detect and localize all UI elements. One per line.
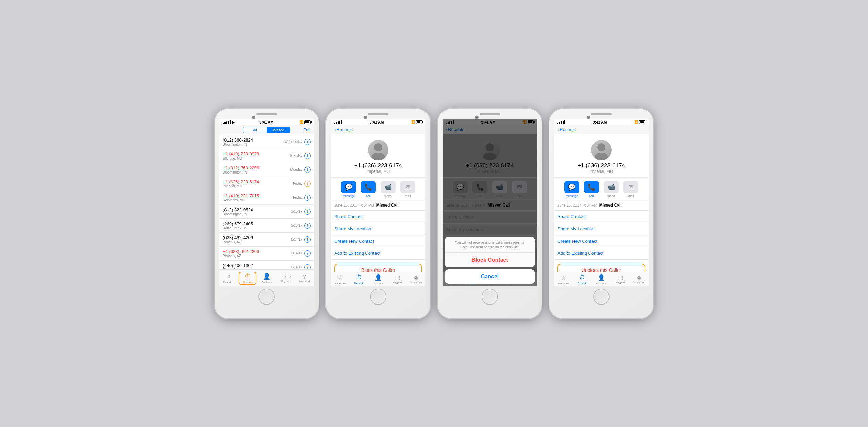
share-location-link[interactable]: Share My Location (554, 223, 649, 235)
info-button[interactable]: i (304, 167, 311, 173)
contacts-icon: 👤 (598, 274, 605, 281)
call-item[interactable]: +1 (410) 220-0978 Elkridge, MD Tuesday i (219, 149, 314, 163)
screen-4: 9:41 AM 📶 ‹ Recents (554, 119, 649, 286)
wifi-icon: 📶 (634, 120, 638, 124)
call-number: (623) 492-4206 (223, 235, 291, 240)
home-button-3[interactable] (482, 289, 497, 304)
back-label: Recents (560, 127, 576, 132)
video-button[interactable]: 📹 video (604, 181, 619, 198)
call-history-type: Missed Call (599, 203, 622, 208)
add-contact-link[interactable]: Add to Existing Contact (331, 247, 425, 260)
chevron-left-icon: ‹ (557, 127, 559, 132)
tab-favorites[interactable]: ☆ Favorites (332, 274, 349, 285)
contact-avatar (368, 140, 388, 160)
call-button[interactable]: 📞 call (361, 181, 376, 198)
call-date: 6/14/17 (291, 265, 302, 269)
call-item[interactable]: (812) 360-2824 Bloomington, IN Wednesday… (219, 135, 314, 149)
add-contact-link[interactable]: Add to Existing Contact (554, 247, 649, 260)
call-item[interactable]: +1 (410) 231-7015 Solomons, MD Friday i (219, 191, 314, 205)
tab-contacts[interactable]: 👤 Contacts (258, 273, 276, 284)
favorites-icon: ☆ (338, 274, 343, 281)
call-item[interactable]: (623) 492-4206 Phoenix, AZ 6/14/17 i (219, 233, 314, 247)
call-number: +1 (410) 220-0978 (223, 151, 289, 157)
tab-keypad[interactable]: ⋮⋮⋮ Keypad (277, 274, 295, 283)
call-item[interactable]: +1 (812) 360-2206 Bloomington, IN Monday… (219, 163, 314, 177)
call-item[interactable]: (812) 322-0524 Bloomington, IN 6/15/17 i (219, 205, 314, 219)
video-button[interactable]: 📹 video (381, 181, 396, 198)
mail-button[interactable]: ✉ mail (623, 181, 638, 198)
info-button[interactable]: i (304, 223, 311, 229)
call-item[interactable]: +1 (623) 492-4206 Phoenix, AZ 6/14/17 i (219, 247, 314, 261)
info-button[interactable]: i (304, 236, 311, 243)
share-contact-link[interactable]: Share Contact (554, 211, 649, 223)
call-number: (812) 360-2824 (223, 137, 284, 143)
tab-recents[interactable]: ⏱ Recents (573, 274, 591, 285)
tab-favorites[interactable]: ☆ Favorites (555, 274, 572, 285)
message-button[interactable]: 💬 message (564, 181, 579, 198)
create-contact-link[interactable]: Create New Contact (554, 235, 649, 247)
call-location: Imperial, MO (223, 184, 293, 188)
tab-keypad[interactable]: ⋮⋮ Keypad (388, 275, 406, 284)
call-date: 6/14/17 (291, 251, 302, 255)
call-item[interactable]: +1 (636) 223-6174 Imperial, MO Friday i (219, 177, 314, 191)
cancel-button[interactable]: Cancel (445, 269, 535, 284)
back-button[interactable]: ‹ Recents (557, 127, 576, 132)
call-history: June 16, 2017 7:54 PM Missed Call (331, 200, 425, 211)
segment-missed[interactable]: Missed (267, 127, 290, 133)
tab-favorites[interactable]: ☆ Favorites (220, 273, 238, 284)
block-contact-button[interactable]: Block Contact (445, 253, 535, 267)
video-label: video (384, 194, 392, 198)
nav-bar-2: ‹ Recents (331, 125, 425, 134)
call-location: Elyria, OH (223, 268, 291, 269)
tab-voicemail[interactable]: ◎ Voicemail (296, 274, 313, 283)
segment-all[interactable]: All (243, 127, 267, 133)
phones-container: ► 9:41 AM 📶 All Missed Edit (214, 108, 654, 319)
tab-keypad[interactable]: ⋮⋮ Keypad (612, 275, 629, 284)
call-button[interactable]: 📞 call (584, 181, 599, 198)
block-caller-button[interactable]: Block this Caller (334, 264, 422, 272)
contact-header: +1 (636) 223-6174 Imperial, MO (331, 134, 425, 178)
favorites-label: Favorites (223, 281, 234, 284)
tab-voicemail[interactable]: ◎ Voicemail (630, 275, 648, 284)
create-contact-link[interactable]: Create New Contact (331, 235, 425, 247)
home-button-2[interactable] (371, 289, 386, 304)
info-button[interactable]: i (304, 264, 311, 269)
block-overlay: You will not receive phone calls, messag… (443, 119, 537, 286)
home-button-1[interactable] (259, 289, 274, 304)
share-contact-link[interactable]: Share Contact (331, 211, 425, 223)
contact-header: +1 (636) 223-6174 Imperial, MO (554, 134, 649, 178)
battery-icon (416, 120, 422, 124)
info-button-highlighted[interactable]: i (304, 181, 311, 187)
call-date: Wednesday (284, 140, 302, 144)
call-number: +1 (410) 231-7015 (223, 193, 293, 198)
unblock-caller-button[interactable]: Unblock this Caller (557, 264, 645, 272)
contact-screen-4: +1 (636) 223-6174 Imperial, MO 💬 message… (554, 134, 649, 272)
mail-button[interactable]: ✉ mail (400, 181, 415, 198)
home-button-4[interactable] (594, 289, 609, 304)
message-icon: 💬 (564, 181, 579, 193)
segment-control[interactable]: All Missed (243, 127, 290, 133)
info-button[interactable]: i (304, 153, 311, 159)
back-button[interactable]: ‹ Recents (334, 127, 353, 132)
edit-button[interactable]: Edit (297, 128, 311, 132)
share-location-link[interactable]: Share My Location (331, 223, 425, 235)
tab-contacts[interactable]: 👤 Contacts (369, 274, 387, 285)
nav-bar-4: ‹ Recents (554, 125, 649, 134)
tab-voicemail[interactable]: ◎ Voicemail (407, 275, 425, 284)
time-display: 9:41 AM (593, 120, 607, 124)
call-history-date: June 16, 2017 (334, 203, 358, 207)
call-item[interactable]: (440) 406-1302 Elyria, OH 6/14/17 i (219, 261, 314, 269)
call-item[interactable]: (269) 579-2405 Battle Creek, MI 6/15/17 … (219, 219, 314, 233)
info-button[interactable]: i (304, 209, 311, 215)
phone-2: 9:41 AM 📶 ‹ Recents (326, 108, 431, 319)
message-button[interactable]: 💬 message (341, 181, 356, 198)
info-button[interactable]: i (304, 250, 311, 257)
call-location: Battle Creek, MI (223, 226, 291, 230)
action-links: Share Contact Share My Location Create N… (331, 211, 425, 272)
tab-recents[interactable]: ⏱ Recents (350, 274, 368, 285)
tab-contacts[interactable]: 👤 Contacts (592, 274, 610, 285)
tab-recents[interactable]: ⏱ Recents (239, 272, 256, 285)
info-button[interactable]: i (304, 139, 311, 145)
speaker (480, 113, 500, 115)
info-button[interactable]: i (304, 195, 311, 201)
